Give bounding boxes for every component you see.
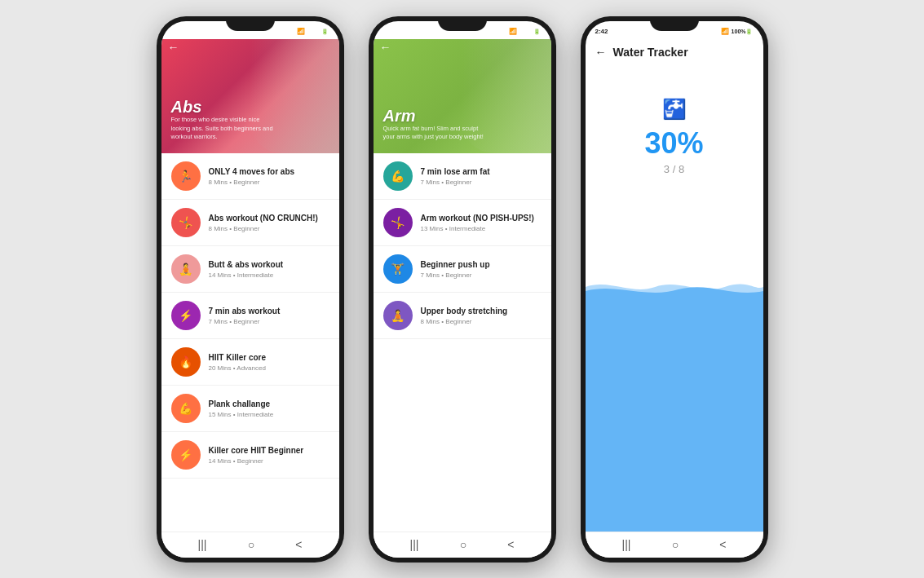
wifi-icon-3: 📶 [721, 28, 729, 35]
nav-menu-2[interactable]: ||| [410, 538, 419, 551]
nav-home-2[interactable]: ○ [460, 538, 466, 551]
workout-meta: 7 Mins • Beginner [421, 271, 542, 279]
hero-text-arm: Arm Quick arm fat burn! Slim and sculpt … [383, 107, 489, 142]
workout-name: 7 min abs workout [209, 306, 329, 316]
workout-info: Killer core HIIT Beginner 14 Mins • Begi… [209, 445, 329, 465]
water-percentage: 30% [644, 129, 703, 158]
notch [226, 16, 275, 31]
workout-icon: 🧘 [171, 254, 201, 284]
workout-icon: 🏋 [383, 254, 413, 284]
workout-list-abs[interactable]: 🏃 ONLY 4 moves for abs 8 Mins • Beginner… [161, 153, 339, 532]
list-item[interactable]: 🤸 Arm workout (NO PISH-UPS!) 13 Mins • I… [374, 200, 551, 246]
workout-icon: 💪 [171, 394, 201, 423]
workout-info: Upper body stretching 8 Mins • Beginner [421, 306, 542, 325]
list-item[interactable]: 🏃 ONLY 4 moves for abs 8 Mins • Beginner [161, 153, 339, 200]
nav-home-3[interactable]: ○ [672, 538, 679, 551]
bottom-nav-1: ||| ○ < [161, 532, 339, 558]
phone-water: 2:42 📶 100%🔋 ← Water Tracker 🚰 30% 3 / 8 [581, 16, 768, 563]
workout-icon: 🔥 [171, 347, 201, 377]
status-time-3: 2:42 [595, 28, 608, 35]
hero-subtitle-abs: For those who desire visible nice lookin… [171, 116, 277, 142]
workout-info: ONLY 4 moves for abs 8 Mins • Beginner [209, 166, 329, 186]
phone-abs: 2:42 📶 100%🔋 ← Abs For those who desire … [157, 16, 344, 563]
workout-icon: 🏃 [171, 161, 201, 191]
nav-menu-1[interactable]: ||| [198, 538, 207, 551]
nav-menu-3[interactable]: ||| [622, 538, 631, 551]
nav-back-2[interactable]: < [507, 538, 514, 551]
back-btn-arm[interactable]: ← [380, 41, 391, 54]
list-item[interactable]: 🤸 Abs workout (NO CRUNCH!) 8 Mins • Begi… [161, 200, 339, 246]
bottom-nav-3: ||| ○ < [586, 532, 763, 558]
status-icons-1: 📶 100%🔋 [297, 28, 329, 35]
workout-meta: 13 Mins • Intermediate [421, 225, 542, 232]
bottom-nav-2: ||| ○ < [374, 532, 551, 558]
workout-name: ONLY 4 moves for abs [209, 166, 329, 177]
back-btn-water[interactable]: ← [595, 46, 607, 59]
hero-title-abs: Abs [171, 98, 277, 116]
workout-name: 7 min lose arm fat [421, 166, 542, 177]
workout-name: HIIT Killer core [209, 352, 329, 363]
workout-icon: ⚡ [171, 301, 201, 330]
back-btn-abs[interactable]: ← [168, 41, 179, 54]
water-fraction: 3 / 8 [664, 163, 684, 175]
nav-back-3[interactable]: < [719, 538, 726, 551]
list-item[interactable]: 🔥 HIIT Killer core 20 Mins • Advanced [161, 339, 339, 386]
status-icons-2: 📶 100%🔋 [509, 28, 542, 35]
workout-meta: 8 Mins • Beginner [421, 318, 542, 325]
workout-name: Plank challange [209, 399, 329, 409]
water-content: 🚰 30% 3 / 8 [586, 65, 763, 532]
wave-svg [586, 275, 763, 299]
water-tracker-title: Water Tracker [613, 46, 688, 59]
wifi-icon-1: 📶 [297, 28, 305, 35]
workout-name: Arm workout (NO PISH-UPS!) [421, 213, 542, 223]
workout-info: Beginner push up 7 Mins • Beginner [421, 259, 542, 279]
workout-name: Upper body stretching [421, 306, 542, 316]
list-item[interactable]: ⚡ 7 min abs workout 7 Mins • Beginner [161, 293, 339, 339]
water-wave-container [586, 275, 763, 532]
hero-arm: ← Arm Quick arm fat burn! Slim and sculp… [374, 39, 551, 153]
workout-meta: 14 Mins • Intermediate [209, 271, 329, 279]
notch [438, 16, 487, 31]
workout-info: 7 min abs workout 7 Mins • Beginner [209, 306, 329, 325]
nav-home-1[interactable]: ○ [248, 538, 254, 551]
list-item[interactable]: 💪 7 min lose arm fat 7 Mins • Beginner [374, 153, 551, 200]
wifi-icon-2: 📶 [509, 28, 517, 35]
status-time-2: 2:42 [383, 28, 396, 35]
workout-meta: 7 Mins • Beginner [421, 179, 542, 186]
workout-info: Abs workout (NO CRUNCH!) 8 Mins • Beginn… [209, 213, 329, 232]
workout-icon: 💪 [383, 161, 413, 191]
water-header: ← Water Tracker [586, 39, 763, 65]
workout-info: Butt & abs workout 14 Mins • Intermediat… [209, 259, 329, 279]
list-item[interactable]: 🏋 Beginner push up 7 Mins • Beginner [374, 246, 551, 293]
workout-list-arm[interactable]: 💪 7 min lose arm fat 7 Mins • Beginner 🤸… [374, 153, 551, 532]
list-item[interactable]: ⚡ Killer core HIIT Beginner 14 Mins • Be… [161, 432, 339, 479]
status-icons-3: 📶 100%🔋 [721, 28, 754, 35]
workout-icon: ⚡ [171, 440, 201, 470]
workout-meta: 14 Mins • Beginner [209, 457, 329, 465]
nav-back-1[interactable]: < [295, 538, 302, 551]
tap-icon: 🚰 [662, 98, 687, 121]
hero-subtitle-arm: Quick arm fat burn! Slim and sculpt your… [383, 125, 489, 142]
workout-icon: 🤸 [171, 208, 201, 237]
workout-meta: 8 Mins • Beginner [209, 225, 329, 232]
workout-info: Plank challange 15 Mins • Intermediate [209, 399, 329, 418]
workout-info: 7 min lose arm fat 7 Mins • Beginner [421, 166, 542, 186]
workout-name: Beginner push up [421, 259, 542, 270]
workout-info: Arm workout (NO PISH-UPS!) 13 Mins • Int… [421, 213, 542, 232]
workout-name: Butt & abs workout [209, 259, 329, 270]
workout-name: Killer core HIIT Beginner [209, 445, 329, 456]
status-time-1: 2:42 [171, 28, 184, 35]
hero-title-arm: Arm [383, 107, 489, 125]
workout-meta: 7 Mins • Beginner [209, 318, 329, 325]
water-fill [586, 298, 763, 532]
battery-3: 100%🔋 [732, 29, 754, 35]
workout-meta: 20 Mins • Advanced [209, 364, 329, 372]
battery-2: 100%🔋 [519, 29, 542, 35]
list-item[interactable]: 🧘 Upper body stretching 8 Mins • Beginne… [374, 293, 551, 339]
workout-icon: 🤸 [383, 208, 413, 237]
workout-meta: 15 Mins • Intermediate [209, 411, 329, 418]
list-item[interactable]: 🧘 Butt & abs workout 14 Mins • Intermedi… [161, 246, 339, 293]
workout-info: HIIT Killer core 20 Mins • Advanced [209, 352, 329, 372]
workout-icon: 🧘 [383, 301, 413, 330]
list-item[interactable]: 💪 Plank challange 15 Mins • Intermediate [161, 386, 339, 432]
